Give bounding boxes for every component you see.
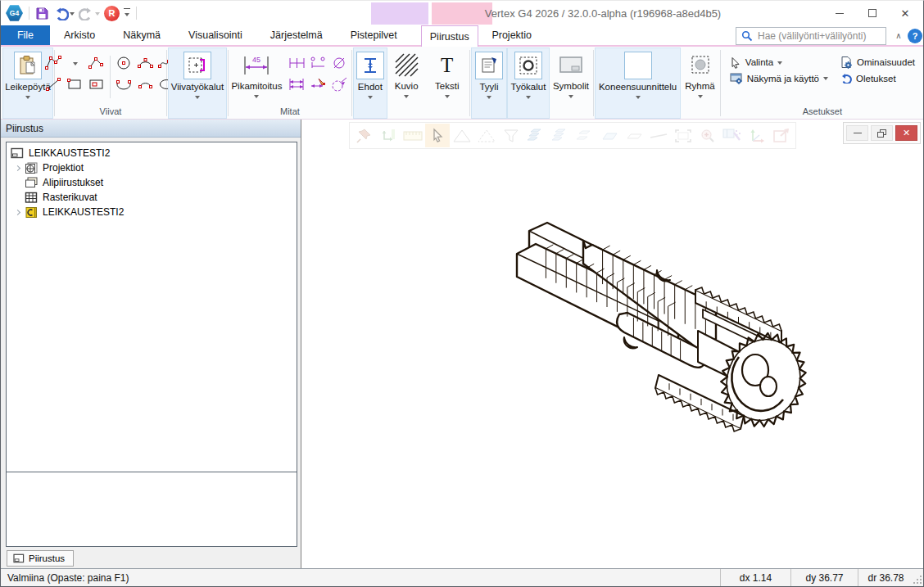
layers-button-1[interactable] bbox=[523, 124, 548, 147]
undo-button[interactable] bbox=[53, 7, 75, 20]
customize-toolbar-button[interactable] bbox=[124, 8, 130, 19]
tab-projektio[interactable]: Projektio bbox=[482, 25, 542, 45]
tab-nakyma[interactable]: Näkymä bbox=[109, 25, 174, 45]
expand-chevron[interactable] bbox=[11, 166, 25, 170]
search-input[interactable]: Hae (välilyönti+välilyönti) bbox=[736, 27, 886, 45]
ryhma-button[interactable]: Ryhmä bbox=[682, 49, 718, 101]
redo-button[interactable] bbox=[79, 7, 100, 20]
koneensuunnittelu-button[interactable]: Koneensuunnittelu bbox=[596, 50, 680, 102]
mitat-small-grid bbox=[285, 49, 351, 95]
tyyli-label: Tyyli bbox=[479, 82, 498, 93]
rectangle-fill-tool-button[interactable] bbox=[87, 75, 106, 93]
diameter-dimension-button[interactable] bbox=[330, 54, 349, 72]
ehdot-button[interactable]: Ehdot bbox=[353, 50, 387, 102]
ellipse-open-tool-button[interactable] bbox=[115, 75, 134, 93]
layers-button-3[interactable] bbox=[573, 124, 597, 147]
chain-dimension-button[interactable] bbox=[288, 54, 306, 72]
nakyma-ja-kaytto-button[interactable]: Näkymä ja käyttö bbox=[730, 72, 828, 84]
line-tool-button[interactable] bbox=[44, 75, 63, 93]
circle-tool-button[interactable] bbox=[115, 54, 134, 72]
help-button[interactable]: ? bbox=[908, 29, 922, 43]
customize-bar bbox=[124, 8, 130, 9]
triangle-dashed-button[interactable] bbox=[474, 124, 499, 147]
baseline-dimension-button[interactable] bbox=[288, 75, 306, 93]
arc-3pt-tool-button[interactable] bbox=[136, 75, 155, 93]
hatch-icon bbox=[394, 52, 419, 77]
nakyma-caret bbox=[823, 77, 828, 83]
layers-button-2[interactable] bbox=[548, 124, 573, 147]
edit-dimension-button[interactable] bbox=[309, 75, 328, 93]
ruler-button[interactable] bbox=[401, 124, 425, 147]
triangle-button[interactable] bbox=[450, 124, 474, 147]
tyyli-button[interactable]: Tyyli bbox=[472, 50, 506, 102]
collapse-ribbon-button[interactable]: ∧ bbox=[892, 29, 905, 42]
radius-dimension-button[interactable] bbox=[330, 75, 349, 93]
panel-tab-piirustus[interactable]: Piirustus bbox=[7, 550, 74, 567]
tab-visualisointi[interactable]: Visualisointi bbox=[174, 25, 256, 45]
close-button[interactable]: ✕ bbox=[889, 1, 922, 25]
polyline-tool-button[interactable] bbox=[44, 54, 63, 72]
svg-text:45: 45 bbox=[252, 56, 260, 64]
pikamitoitus-button[interactable]: 45 Pikamitoitus bbox=[228, 49, 285, 101]
maximize-button[interactable] bbox=[856, 1, 889, 25]
filter-button[interactable] bbox=[499, 124, 523, 147]
axes-button[interactable] bbox=[745, 124, 769, 147]
minimize-icon bbox=[836, 13, 844, 14]
tab-pistepilvet[interactable]: Pistepilvet bbox=[337, 25, 411, 45]
mitat-body: 45 Pikamitoitus bbox=[228, 49, 351, 106]
symbolit-caret bbox=[568, 95, 573, 101]
plane-button-1[interactable] bbox=[597, 124, 622, 147]
redo-dropdown-caret[interactable] bbox=[95, 12, 100, 18]
revision-badge[interactable]: R bbox=[104, 6, 120, 21]
flat-line-button[interactable] bbox=[646, 124, 671, 147]
polyline-dropdown[interactable] bbox=[66, 54, 84, 72]
child-close-button[interactable]: ✕ bbox=[895, 125, 917, 141]
tyokalut-button[interactable]: Työkalut bbox=[508, 50, 550, 102]
save-button[interactable] bbox=[35, 7, 49, 20]
valinta-button[interactable]: Valinta bbox=[730, 56, 828, 69]
tree-item-alipiirustukset[interactable]: Alipiirustukset bbox=[7, 175, 297, 190]
resize-grip[interactable] bbox=[913, 569, 923, 586]
child-restore-button[interactable] bbox=[871, 125, 893, 141]
arc-tool-button[interactable] bbox=[136, 54, 155, 72]
drawing-canvas[interactable]: ✕ bbox=[301, 120, 923, 568]
kuvio-button[interactable]: Kuvio bbox=[389, 49, 424, 101]
tree-item-rasterikuvat[interactable]: Rasterikuvat bbox=[7, 190, 297, 205]
app-logo-icon[interactable]: G4 bbox=[6, 5, 23, 22]
tree-item-root[interactable]: LEIKKAUSTESTI2 bbox=[7, 146, 297, 160]
tab-arkisto[interactable]: Arkisto bbox=[50, 25, 109, 45]
plane-button-2[interactable] bbox=[622, 124, 646, 147]
quick-dimension-icon: 45 bbox=[242, 53, 270, 76]
ominaisuudet-button[interactable]: Ominaisuudet bbox=[840, 56, 915, 69]
select-cursor-button[interactable] bbox=[425, 124, 450, 147]
tab-file[interactable]: File bbox=[1, 25, 50, 45]
redo-icon bbox=[79, 7, 94, 20]
rectangle-tool-button[interactable] bbox=[66, 75, 84, 93]
angle-dimension-button[interactable] bbox=[309, 54, 328, 72]
minimize-button[interactable] bbox=[823, 1, 856, 25]
cad-drawing[interactable] bbox=[505, 201, 898, 463]
koneensuunnittelu-label: Koneensuunnittelu bbox=[599, 82, 677, 93]
export-view-button[interactable] bbox=[769, 124, 794, 147]
tree-item-leikkaustesti2[interactable]: LEIKKAUSTESTI2 bbox=[7, 205, 297, 219]
pushpin-button[interactable] bbox=[351, 124, 376, 147]
oletukset-button[interactable]: Oletukset bbox=[840, 72, 915, 84]
tree-item-projektiot[interactable]: Projektiot bbox=[7, 160, 297, 175]
style-picker-button[interactable] bbox=[720, 124, 745, 147]
viivatyokalut-button[interactable]: Viivatyökalut bbox=[168, 50, 227, 102]
expand-chevron[interactable] bbox=[11, 210, 25, 214]
symbolit-button[interactable]: Symbolit bbox=[550, 49, 592, 101]
teksti-button[interactable]: T Teksti bbox=[430, 49, 464, 101]
zoom-in-button[interactable] bbox=[695, 124, 720, 147]
restore-icon bbox=[877, 129, 886, 138]
zigzag-tool-button[interactable] bbox=[87, 54, 106, 72]
undo-dropdown-caret[interactable] bbox=[70, 12, 75, 18]
tab-piirustus[interactable]: Piirustus bbox=[421, 25, 478, 47]
pikamitoitus-label: Pikamitoitus bbox=[231, 81, 282, 92]
tyyli-caret bbox=[487, 96, 491, 102]
tab-jarjestelma[interactable]: Järjestelmä bbox=[256, 25, 337, 45]
ribbon-group-teksti: T Teksti bbox=[426, 47, 469, 119]
selection-frame-button[interactable] bbox=[671, 124, 695, 147]
pan-button[interactable] bbox=[376, 124, 401, 147]
child-minimize-button[interactable] bbox=[846, 125, 868, 141]
